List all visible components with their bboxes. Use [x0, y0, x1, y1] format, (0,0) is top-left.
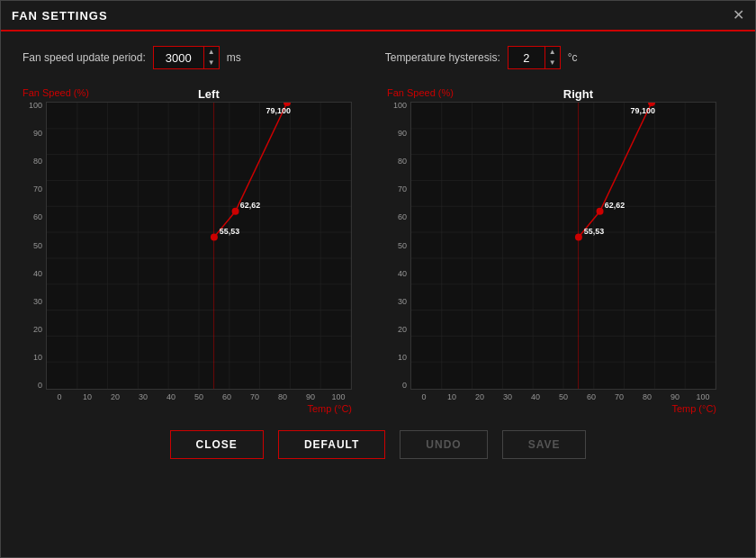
main-content: Fan speed update period: ▲ ▼ ms Temperat…	[1, 32, 755, 473]
footer-buttons: CLOSE DEFAULT UNDO SAVE	[22, 430, 734, 459]
close-button[interactable]: CLOSE	[170, 430, 264, 459]
right-label-1: 55,53	[584, 227, 604, 236]
left-point-1[interactable]	[211, 233, 218, 240]
temp-hysteresis-input[interactable]	[508, 48, 544, 68]
title-bar: FAN SETTINGS ✕	[1, 1, 755, 32]
right-point-2[interactable]	[597, 208, 604, 215]
left-point-2[interactable]	[232, 208, 239, 215]
fan-speed-spinners: ▲ ▼	[203, 47, 219, 68]
left-x-label: Temp (°C)	[46, 403, 352, 414]
right-chart-title: Right	[563, 87, 593, 101]
fan-speed-group: Fan speed update period: ▲ ▼ ms	[22, 46, 241, 69]
temp-hysteresis-input-wrap: ▲ ▼	[508, 46, 561, 69]
fan-speed-input-wrap: ▲ ▼	[153, 46, 220, 69]
settings-row: Fan speed update period: ▲ ▼ ms Temperat…	[22, 46, 734, 69]
left-chart-area[interactable]: 55,53 62,62 79,100	[46, 102, 352, 390]
left-chart-line	[214, 103, 287, 237]
fan-speed-label: Fan speed update period:	[22, 51, 146, 64]
temp-hysteresis-spinners: ▲ ▼	[544, 47, 560, 68]
right-chart-area[interactable]: 55,53 62,62 79,100	[410, 102, 716, 390]
save-button[interactable]: SAVE	[502, 430, 587, 459]
left-chart-grid: 55,53 62,62 79,100	[47, 103, 351, 389]
right-label-2: 62,62	[605, 201, 625, 210]
temp-hysteresis-up-button[interactable]: ▲	[545, 47, 560, 58]
right-label-3: 79,100	[631, 106, 655, 115]
right-chart-line	[579, 103, 652, 237]
right-point-1[interactable]	[575, 233, 582, 240]
temp-hysteresis-down-button[interactable]: ▼	[545, 58, 560, 68]
left-chart-y-label: Fan Speed (%)	[22, 87, 89, 98]
default-button[interactable]: DEFAULT	[278, 430, 385, 459]
temp-hysteresis-group: Temperature hysteresis: ▲ ▼ °c	[385, 46, 578, 69]
fan-speed-unit: ms	[227, 51, 241, 64]
undo-button[interactable]: UNDO	[400, 430, 487, 459]
left-label-3: 79,100	[266, 106, 291, 115]
right-y-axis: 0 10 20 30 40 50 60 70 80 90 100	[387, 102, 407, 390]
temp-hysteresis-unit: °c	[568, 51, 578, 64]
left-x-axis: 0 10 20 30 40 50 60 70 80 90 100	[46, 392, 352, 401]
right-chart-wrap: 0 10 20 30 40 50 60 70 80 90 100	[387, 102, 734, 390]
window-close-icon[interactable]: ✕	[733, 8, 744, 22]
left-y-axis: 0 10 20 30 40 50 60 70 80 90 100	[22, 102, 42, 390]
window-title: FAN SETTINGS	[12, 9, 108, 22]
right-chart-container: Fan Speed (%) Right 0 10 20 30 40 50 60 …	[387, 87, 734, 414]
left-chart-container: Fan Speed (%) Left 0 10 20 30 40 50 60 7…	[22, 87, 369, 414]
left-label-2: 62,62	[240, 201, 260, 210]
right-chart-grid: 55,53 62,62 79,100	[411, 103, 716, 389]
right-x-label: Temp (°C)	[410, 403, 716, 414]
right-x-axis: 0 10 20 30 40 50 60 70 80 90 100	[410, 392, 716, 401]
charts-row: Fan Speed (%) Left 0 10 20 30 40 50 60 7…	[22, 87, 734, 414]
fan-speed-up-button[interactable]: ▲	[204, 47, 219, 58]
fan-speed-down-button[interactable]: ▼	[204, 58, 219, 68]
left-chart-title: Left	[198, 87, 220, 101]
fan-speed-input[interactable]	[154, 48, 203, 68]
right-chart-y-label: Fan Speed (%)	[387, 87, 454, 98]
left-chart-wrap: 0 10 20 30 40 50 60 70 80 90 100	[22, 102, 369, 390]
fan-settings-window: FAN SETTINGS ✕ Fan speed update period: …	[0, 0, 756, 558]
left-label-1: 55,53	[220, 227, 239, 236]
temp-hysteresis-label: Temperature hysteresis:	[385, 51, 500, 64]
